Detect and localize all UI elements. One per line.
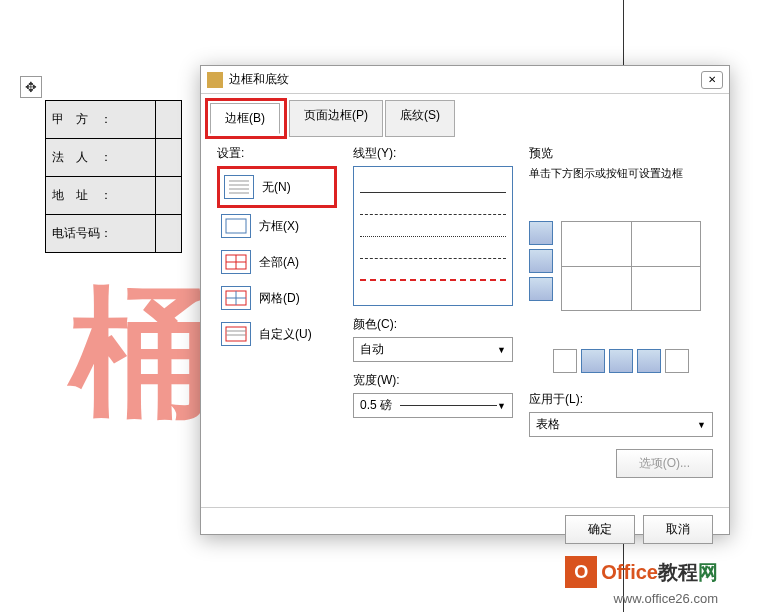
dialog-body: 设置: 无(N) 方框(X) 全部(A) 网格(D) 自定义(U) — [201, 137, 729, 507]
setting-label: 无(N) — [262, 179, 291, 196]
options-button[interactable]: 选项(O)... — [616, 449, 713, 478]
border-diag-button[interactable] — [553, 349, 577, 373]
cell-label[interactable]: 法 人 ： — [46, 139, 156, 177]
svg-rect-4 — [226, 219, 246, 233]
preview-bottom-buttons — [529, 349, 713, 373]
border-left-button[interactable] — [581, 349, 605, 373]
table-row: 地 址 ： — [46, 177, 182, 215]
setting-none[interactable]: 无(N) — [217, 166, 337, 208]
border-middle-h-button[interactable] — [529, 249, 553, 273]
highlight-border-tab: 边框(B) — [205, 98, 287, 139]
ok-button[interactable]: 确定 — [565, 515, 635, 544]
line-style-option[interactable] — [360, 197, 506, 215]
table-move-handle[interactable]: ✥ — [20, 76, 42, 98]
style-label: 线型(Y): — [353, 145, 513, 162]
office-icon: O — [565, 556, 597, 588]
svg-rect-11 — [226, 327, 246, 341]
cell-value[interactable] — [156, 177, 182, 215]
app-icon — [207, 72, 223, 88]
color-label: 颜色(C): — [353, 316, 513, 333]
border-right-button[interactable] — [637, 349, 661, 373]
apply-value: 表格 — [536, 416, 560, 433]
setting-label: 方框(X) — [259, 218, 299, 235]
width-value: 0.5 磅 — [360, 397, 392, 414]
setting-label: 全部(A) — [259, 254, 299, 271]
site-brand: Office教程网 — [601, 559, 718, 586]
tab-bar: 边框(B) 页面边框(P) 底纹(S) — [201, 94, 729, 137]
preview-left-buttons — [529, 221, 553, 301]
watermark-text: 桶 — [70, 260, 220, 450]
tab-shading[interactable]: 底纹(S) — [385, 100, 455, 137]
border-top-button[interactable] — [529, 221, 553, 245]
setting-custom[interactable]: 自定义(U) — [217, 316, 337, 352]
setting-all[interactable]: 全部(A) — [217, 244, 337, 280]
apply-label: 应用于(L): — [529, 391, 713, 408]
site-badge: O Office教程网 — [565, 556, 718, 588]
setting-label: 网格(D) — [259, 290, 300, 307]
setting-label: 自定义(U) — [259, 326, 312, 343]
dialog-titlebar[interactable]: 边框和底纹 ✕ — [201, 66, 729, 94]
custom-icon — [221, 322, 251, 346]
chevron-down-icon: ▼ — [697, 420, 706, 430]
preview-label: 预览 — [529, 145, 713, 162]
width-dropdown[interactable]: 0.5 磅 ▼ — [353, 393, 513, 418]
site-url: www.office26.com — [613, 591, 718, 606]
color-value: 自动 — [360, 341, 384, 358]
setting-box[interactable]: 方框(X) — [217, 208, 337, 244]
cell-value[interactable] — [156, 215, 182, 253]
settings-column: 设置: 无(N) 方框(X) 全部(A) 网格(D) 自定义(U) — [217, 145, 337, 499]
chevron-down-icon: ▼ — [497, 345, 506, 355]
preview-table[interactable] — [561, 221, 701, 311]
cancel-button[interactable]: 取消 — [643, 515, 713, 544]
dialog-title: 边框和底纹 — [229, 71, 701, 88]
preview-area — [529, 221, 713, 341]
dialog-footer: 确定 取消 — [201, 507, 729, 551]
preview-hint: 单击下方图示或按钮可设置边框 — [529, 166, 713, 181]
line-style-option[interactable] — [360, 175, 506, 193]
table-row: 电话号码： — [46, 215, 182, 253]
tab-page-border[interactable]: 页面边框(P) — [289, 100, 383, 137]
line-style-option[interactable] — [360, 263, 506, 281]
cell-label[interactable]: 电话号码： — [46, 215, 156, 253]
table-row: 甲 方 ： — [46, 101, 182, 139]
style-column: 线型(Y): 颜色(C): 自动 ▼ 宽度(W): 0.5 磅 ▼ — [353, 145, 513, 499]
table-row: 法 人 ： — [46, 139, 182, 177]
width-label: 宽度(W): — [353, 372, 513, 389]
all-icon — [221, 250, 251, 274]
none-icon — [224, 175, 254, 199]
cell-value[interactable] — [156, 139, 182, 177]
cell-label[interactable]: 甲 方 ： — [46, 101, 156, 139]
border-middle-v-button[interactable] — [609, 349, 633, 373]
tab-borders[interactable]: 边框(B) — [210, 103, 280, 134]
settings-label: 设置: — [217, 145, 337, 162]
line-style-option[interactable] — [360, 219, 506, 237]
width-preview-line — [400, 405, 497, 406]
document-table[interactable]: 甲 方 ： 法 人 ： 地 址 ： 电话号码： — [45, 100, 182, 253]
border-diag2-button[interactable] — [665, 349, 689, 373]
preview-column: 预览 单击下方图示或按钮可设置边框 应用于(L): 表格 ▼ — [529, 145, 713, 499]
apply-to-dropdown[interactable]: 表格 ▼ — [529, 412, 713, 437]
chevron-down-icon: ▼ — [497, 401, 506, 411]
cell-value[interactable] — [156, 101, 182, 139]
box-icon — [221, 214, 251, 238]
line-style-option[interactable] — [360, 241, 506, 259]
color-dropdown[interactable]: 自动 ▼ — [353, 337, 513, 362]
line-style-list[interactable] — [353, 166, 513, 306]
setting-grid[interactable]: 网格(D) — [217, 280, 337, 316]
cell-label[interactable]: 地 址 ： — [46, 177, 156, 215]
grid-icon — [221, 286, 251, 310]
borders-shading-dialog: 边框和底纹 ✕ 边框(B) 页面边框(P) 底纹(S) 设置: 无(N) 方框(… — [200, 65, 730, 535]
border-bottom-button[interactable] — [529, 277, 553, 301]
close-button[interactable]: ✕ — [701, 71, 723, 89]
